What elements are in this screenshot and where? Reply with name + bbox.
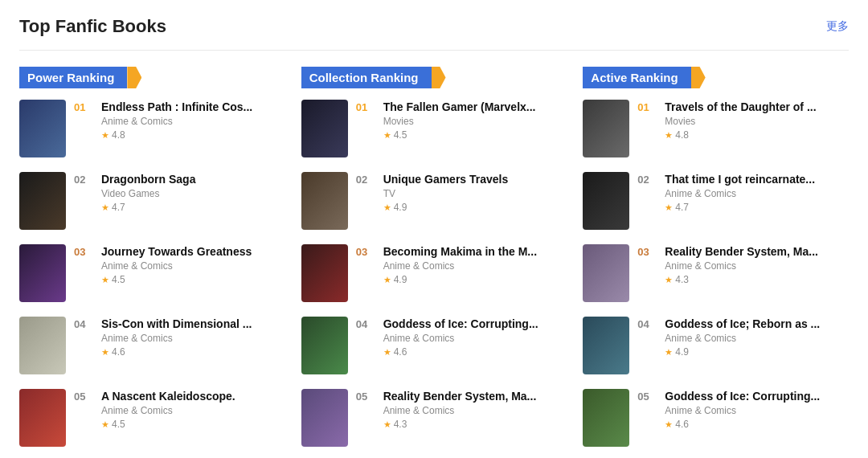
star-icon-collection-5: ★	[383, 419, 391, 430]
book-rank-collection-5: 05	[356, 389, 375, 403]
book-rating-active-5: ★4.6	[665, 419, 849, 430]
book-rank-power-3: 03	[74, 244, 93, 258]
rating-value-active-3: 4.3	[675, 274, 689, 285]
book-rating-collection-5: ★4.3	[383, 419, 567, 430]
book-category-collection-1: Movies	[383, 116, 567, 127]
book-title-power-4: Sis-Con with Dimensional ...	[101, 317, 285, 331]
book-rank-active-2: 02	[637, 172, 657, 186]
book-category-collection-2: TV	[383, 188, 567, 199]
book-info-power-4: Sis-Con with Dimensional ...Anime & Comi…	[101, 317, 285, 358]
book-rank-power-4: 04	[74, 317, 93, 330]
book-cover-power-3	[19, 244, 66, 302]
book-category-active-2: Anime & Comics	[665, 188, 849, 199]
book-item-collection-4[interactable]: 04Goddess of Ice: Corrupting...Anime & C…	[301, 317, 567, 374]
book-item-active-2[interactable]: 02That time I got reincarnate...Anime & …	[583, 172, 849, 230]
more-link[interactable]: 更多	[826, 19, 849, 34]
book-category-active-3: Anime & Comics	[665, 260, 849, 272]
book-cover-collection-5	[301, 389, 348, 447]
badge-label-active: Active Ranking	[583, 67, 690, 88]
book-cover-active-1	[583, 100, 629, 157]
book-item-power-3[interactable]: 03Journey Towards GreatnessAnime & Comic…	[19, 244, 285, 302]
book-cover-power-4	[19, 317, 66, 374]
book-item-power-1[interactable]: 01Endless Path : Infinite Cos...Anime & …	[19, 100, 285, 157]
rating-value-power-2: 4.7	[112, 202, 125, 213]
rating-value-active-2: 4.7	[675, 202, 689, 213]
book-title-collection-5: Reality Bender System, Ma...	[383, 389, 567, 403]
book-rating-power-3: ★4.5	[101, 274, 285, 285]
book-info-collection-2: Unique Gamers TravelsTV★4.9	[383, 172, 567, 213]
divider	[19, 50, 849, 51]
rating-value-collection-1: 4.5	[394, 129, 407, 141]
star-icon-active-1: ★	[665, 130, 673, 141]
star-icon-power-5: ★	[101, 419, 109, 430]
book-cover-collection-1	[301, 100, 348, 157]
book-cover-active-3	[583, 244, 629, 302]
book-item-active-3[interactable]: 03Reality Bender System, Ma...Anime & Co…	[583, 244, 849, 302]
book-item-collection-3[interactable]: 03Becoming Makima in the M...Anime & Com…	[301, 244, 567, 302]
book-info-power-2: Dragonborn SagaVideo Games★4.7	[101, 172, 285, 213]
column-collection: Collection Ranking01The Fallen Gamer (Ma…	[301, 67, 567, 458]
book-title-active-1: Travels of the Daughter of ...	[665, 100, 849, 114]
rating-value-active-5: 4.6	[675, 419, 689, 430]
book-title-collection-3: Becoming Makima in the M...	[383, 244, 567, 259]
book-item-active-1[interactable]: 01Travels of the Daughter of ...Movies★4…	[583, 100, 849, 157]
book-item-power-4[interactable]: 04Sis-Con with Dimensional ...Anime & Co…	[19, 317, 285, 374]
book-category-active-1: Movies	[665, 116, 849, 127]
star-icon-active-3: ★	[665, 275, 673, 285]
book-title-power-3: Journey Towards Greatness	[101, 244, 285, 259]
book-item-collection-1[interactable]: 01The Fallen Gamer (Marvelx...Movies★4.5	[301, 100, 567, 157]
badge-accent-active	[691, 67, 706, 88]
badge-power: Power Ranking	[19, 67, 285, 88]
book-category-active-4: Anime & Comics	[665, 333, 849, 344]
book-cover-collection-4	[301, 317, 348, 374]
book-item-collection-2[interactable]: 02Unique Gamers TravelsTV★4.9	[301, 172, 567, 230]
book-item-collection-5[interactable]: 05Reality Bender System, Ma...Anime & Co…	[301, 389, 567, 447]
star-icon-active-2: ★	[665, 202, 673, 213]
badge-accent-collection	[432, 67, 446, 88]
star-icon-power-4: ★	[101, 347, 109, 358]
book-rank-active-1: 01	[637, 100, 657, 113]
book-info-active-5: Goddess of Ice: Corrupting...Anime & Com…	[665, 389, 849, 430]
book-rating-power-1: ★4.8	[101, 129, 285, 141]
star-icon-power-3: ★	[101, 275, 109, 285]
book-rating-collection-4: ★4.6	[383, 346, 567, 358]
book-title-power-2: Dragonborn Saga	[101, 172, 285, 186]
book-info-collection-3: Becoming Makima in the M...Anime & Comic…	[383, 244, 567, 285]
badge-collection: Collection Ranking	[301, 67, 567, 88]
page-title: Top Fanfic Books	[19, 16, 166, 37]
rating-value-power-1: 4.8	[112, 129, 125, 141]
book-cover-collection-2	[301, 172, 348, 230]
book-info-power-1: Endless Path : Infinite Cos...Anime & Co…	[101, 100, 285, 141]
star-icon-collection-3: ★	[383, 275, 391, 285]
book-cover-power-5	[19, 389, 66, 447]
badge-accent-power	[127, 67, 141, 88]
book-item-power-2[interactable]: 02Dragonborn SagaVideo Games★4.7	[19, 172, 285, 230]
book-category-power-4: Anime & Comics	[101, 333, 285, 344]
book-item-active-5[interactable]: 05Goddess of Ice: Corrupting...Anime & C…	[583, 389, 849, 447]
book-category-collection-5: Anime & Comics	[383, 405, 567, 416]
book-category-power-5: Anime & Comics	[101, 405, 285, 416]
star-icon-power-2: ★	[101, 202, 109, 213]
book-item-active-4[interactable]: 04Goddess of Ice; Reborn as ...Anime & C…	[583, 317, 849, 374]
book-cover-power-2	[19, 172, 66, 230]
book-title-active-5: Goddess of Ice: Corrupting...	[665, 389, 849, 403]
badge-active: Active Ranking	[583, 67, 849, 88]
book-info-collection-1: The Fallen Gamer (Marvelx...Movies★4.5	[383, 100, 567, 141]
book-info-active-1: Travels of the Daughter of ...Movies★4.8	[665, 100, 849, 141]
book-category-power-3: Anime & Comics	[101, 260, 285, 272]
book-rank-power-1: 01	[74, 100, 93, 113]
rating-value-collection-4: 4.6	[394, 346, 407, 358]
book-rank-power-5: 05	[74, 389, 93, 403]
book-rating-active-1: ★4.8	[665, 129, 849, 141]
book-rating-power-5: ★4.5	[101, 419, 285, 430]
rating-value-collection-2: 4.9	[394, 202, 407, 213]
book-cover-active-5	[583, 389, 629, 447]
page-header: Top Fanfic Books 更多	[19, 16, 849, 37]
rating-value-collection-5: 4.3	[394, 419, 407, 430]
book-item-power-5[interactable]: 05A Nascent Kaleidoscope.Anime & Comics★…	[19, 389, 285, 447]
rating-value-active-1: 4.8	[675, 129, 689, 141]
book-rank-collection-1: 01	[356, 100, 375, 113]
rating-value-power-5: 4.5	[112, 419, 125, 430]
book-cover-collection-3	[301, 244, 348, 302]
star-icon-power-1: ★	[101, 130, 109, 141]
